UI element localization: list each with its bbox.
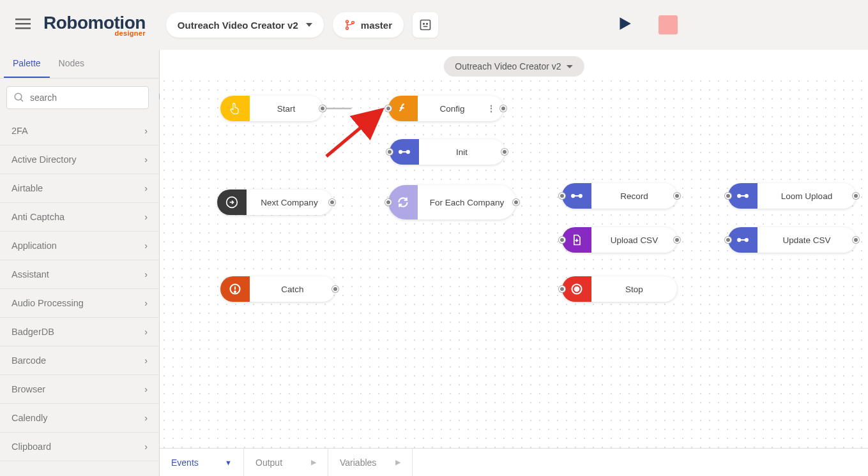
category-list: 2FA›Active Directory›Airtable›Anti Captc…: [0, 117, 159, 476]
node-label: Config: [418, 104, 487, 114]
node-init[interactable]: Init: [390, 139, 505, 165]
node-loom[interactable]: Loom Upload: [728, 183, 856, 209]
node-next[interactable]: Next Company: [217, 190, 332, 215]
tab-palette[interactable]: Palette: [4, 50, 50, 78]
fx-icon: [388, 96, 418, 121]
sidebar-tabs: Palette Nodes: [0, 50, 159, 78]
node-label: Start: [250, 104, 323, 114]
category-item[interactable]: 2FA›: [0, 117, 159, 145]
node-label: Upload CSV: [591, 235, 677, 245]
svg-point-42: [234, 291, 236, 292]
svg-rect-6: [421, 20, 430, 30]
node-foreach[interactable]: For Each Company: [388, 185, 516, 219]
branch-selector[interactable]: master: [333, 12, 404, 38]
search-input[interactable]: [6, 86, 149, 109]
node-catch[interactable]: Catch: [220, 276, 335, 302]
port-in[interactable]: [725, 193, 731, 199]
port-out[interactable]: [332, 286, 339, 292]
port-out[interactable]: [319, 105, 326, 112]
svg-point-35: [745, 195, 748, 197]
flow-icon: [728, 227, 758, 253]
node-start[interactable]: Start: [220, 96, 323, 121]
port-in[interactable]: [386, 149, 393, 155]
node-label: For Each Company: [418, 198, 516, 207]
robot-button[interactable]: [413, 12, 438, 38]
category-item[interactable]: Anti Captcha›: [0, 203, 159, 232]
svg-rect-0: [15, 19, 31, 20]
svg-rect-1: [15, 23, 31, 25]
category-item[interactable]: Airtable›: [0, 174, 159, 203]
canvas[interactable]: StartConfig⋮InitNext CompanyFor Each Com…: [160, 77, 868, 448]
search-icon: [13, 92, 25, 103]
btab-output[interactable]: Output▶: [244, 449, 328, 476]
node-label: Update CSV: [758, 235, 856, 245]
branch-name: master: [361, 20, 392, 31]
node-label: Init: [419, 147, 505, 157]
node-label: Record: [591, 191, 677, 201]
port-in[interactable]: [559, 193, 565, 199]
svg-point-3: [346, 20, 348, 23]
arrow-icon: [217, 190, 247, 215]
brand-sub: designer: [115, 29, 146, 37]
node-label: Loom Upload: [758, 191, 856, 201]
node-config[interactable]: Config⋮: [388, 96, 503, 121]
category-item[interactable]: Barcode›: [0, 346, 159, 375]
project-selector[interactable]: Outreach Video Creator v2: [166, 12, 324, 38]
file-icon: [562, 227, 591, 253]
port-in[interactable]: [725, 237, 731, 243]
search-field[interactable]: [30, 93, 142, 103]
node-label: Stop: [591, 285, 677, 294]
btab-variables[interactable]: Variables▶: [328, 449, 413, 476]
flow-icon: [728, 183, 758, 209]
node-upcsv[interactable]: Upload CSV: [562, 227, 677, 253]
canvas-title-chip[interactable]: Outreach Video Creator v2: [443, 56, 584, 77]
bottom-tabs: Events▼ Output▶ Variables▶: [160, 448, 868, 476]
category-item[interactable]: Audio Processing›: [0, 289, 159, 318]
category-item[interactable]: Browser›: [0, 375, 159, 404]
port-out[interactable]: [500, 105, 506, 112]
flow-icon: [562, 183, 591, 209]
svg-point-28: [407, 151, 409, 153]
node-record[interactable]: Record: [562, 183, 677, 209]
refresh-icon: [388, 185, 418, 219]
canvas-area: Outreach Video Creator v2 StartConfig⋮In…: [160, 50, 868, 476]
port-in[interactable]: [559, 237, 565, 243]
port-out[interactable]: [674, 193, 680, 199]
node-stop[interactable]: Stop: [562, 276, 677, 302]
svg-point-8: [427, 24, 428, 25]
tab-nodes[interactable]: Nodes: [50, 50, 93, 78]
hamburger-icon[interactable]: [15, 16, 31, 34]
svg-line-26: [326, 110, 382, 156]
svg-point-5: [351, 21, 354, 24]
category-item[interactable]: Application›: [0, 232, 159, 260]
port-in[interactable]: [385, 105, 392, 112]
sidebar: Palette Nodes 2FA›Active Directory›Airta…: [0, 50, 160, 476]
category-item[interactable]: Calendly›: [0, 404, 159, 433]
category-item[interactable]: Active Directory›: [0, 145, 159, 174]
svg-point-31: [572, 195, 574, 197]
port-out[interactable]: [501, 149, 508, 155]
port-in[interactable]: [559, 286, 565, 292]
stop-icon: [562, 276, 591, 302]
port-out[interactable]: [329, 199, 335, 205]
category-item[interactable]: BadgerDB›: [0, 318, 159, 346]
project-name: Outreach Video Creator v2: [178, 20, 298, 31]
node-updcsv[interactable]: Update CSV: [728, 227, 856, 253]
category-item[interactable]: Assistant›: [0, 260, 159, 289]
port-out[interactable]: [513, 199, 519, 205]
alert-icon: [220, 276, 250, 302]
node-label: Next Company: [247, 198, 332, 207]
logo: Robomotion designer: [43, 13, 146, 37]
btab-events[interactable]: Events▼: [160, 449, 244, 476]
canvas-title: Outreach Video Creator v2: [455, 61, 561, 71]
port-out[interactable]: [674, 237, 680, 243]
category-item[interactable]: Clipboard›: [0, 433, 159, 461]
port-in[interactable]: [385, 199, 392, 205]
svg-point-34: [738, 195, 740, 197]
chevron-down-icon: [567, 65, 573, 68]
port-out[interactable]: [853, 193, 859, 199]
port-out[interactable]: [853, 237, 859, 243]
play-button[interactable]: [616, 15, 633, 34]
svg-point-9: [15, 93, 22, 100]
stop-button[interactable]: [659, 15, 678, 34]
